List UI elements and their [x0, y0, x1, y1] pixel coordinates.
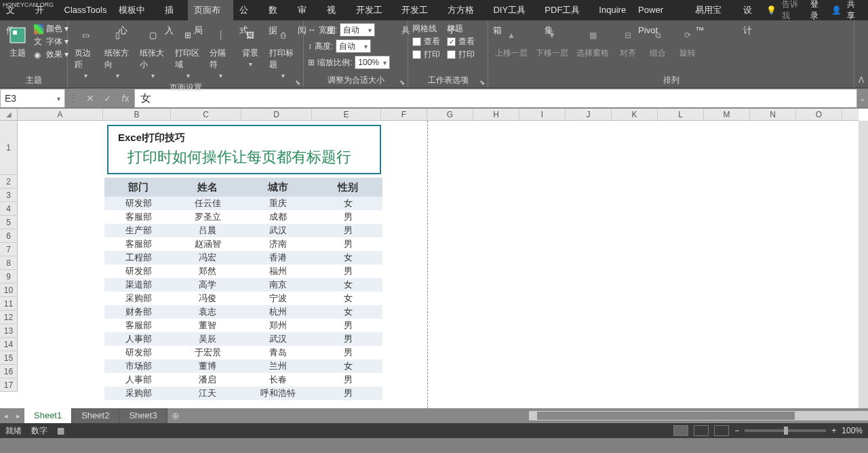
zoom-slider[interactable]: [745, 429, 826, 432]
table-cell[interactable]: 南京: [243, 278, 313, 292]
table-cell[interactable]: 男: [313, 346, 382, 359]
row-head-2[interactable]: 2: [0, 175, 17, 189]
col-head-C[interactable]: C: [171, 109, 241, 120]
menu-tab-7[interactable]: 数据: [262, 0, 292, 20]
table-cell[interactable]: 赵涵智: [172, 237, 243, 251]
scale-combo[interactable]: 100%: [355, 56, 390, 69]
menu-tab-10[interactable]: 开发工具: [350, 0, 396, 20]
pagesetup-0[interactable]: ▭页边距▾: [72, 23, 99, 81]
menu-tab-6[interactable]: 公式: [233, 0, 262, 20]
row-head-6[interactable]: 6: [0, 229, 17, 243]
table-header[interactable]: 性别: [313, 178, 382, 197]
table-cell[interactable]: 人事部: [104, 332, 172, 346]
table-cell[interactable]: 董智: [172, 319, 243, 332]
table-cell[interactable]: 女: [313, 278, 382, 292]
sheet-tab-Sheet2[interactable]: Sheet2: [72, 408, 119, 423]
table-cell[interactable]: 财务部: [104, 305, 172, 319]
col-head-B[interactable]: B: [103, 109, 171, 120]
zoom-in[interactable]: +: [831, 426, 836, 435]
col-head-I[interactable]: I: [519, 109, 566, 120]
table-cell[interactable]: 研发部: [104, 264, 172, 278]
row-head-13[interactable]: 13: [0, 324, 17, 338]
table-cell[interactable]: 女: [313, 359, 382, 373]
row-head-16[interactable]: 16: [0, 365, 17, 378]
table-cell[interactable]: 客服部: [104, 319, 172, 332]
row-head-9[interactable]: 9: [0, 270, 17, 283]
head-view-chk[interactable]: ✓: [447, 37, 456, 46]
row-head-7[interactable]: 7: [0, 243, 17, 256]
table-cell[interactable]: 男: [313, 237, 382, 251]
table-cell[interactable]: 呼和浩特: [243, 387, 313, 400]
horizontal-scrollbar[interactable]: [529, 411, 868, 420]
row-head-12[interactable]: 12: [0, 311, 17, 324]
table-cell[interactable]: 高学: [172, 278, 243, 292]
table-header[interactable]: 部门: [104, 178, 172, 197]
table-cell[interactable]: 研发部: [104, 346, 172, 359]
table-cell[interactable]: 江天: [172, 387, 243, 400]
row-head-15[interactable]: 15: [0, 351, 17, 365]
table-cell[interactable]: 女: [313, 197, 382, 210]
view-layout[interactable]: [694, 425, 709, 436]
menu-tab-9[interactable]: 视图: [321, 0, 350, 20]
table-row[interactable]: 客服部罗圣立成都男: [104, 210, 382, 224]
table-cell[interactable]: 客服部: [104, 237, 172, 251]
row-head-14[interactable]: 14: [0, 338, 17, 351]
table-row[interactable]: 客服部董智郑州男: [104, 319, 382, 332]
col-head-H[interactable]: H: [473, 109, 519, 120]
vertical-scrollbar[interactable]: [859, 121, 868, 408]
table-cell[interactable]: 研发部: [104, 197, 172, 210]
row-head-3[interactable]: 3: [0, 189, 17, 202]
table-row[interactable]: 渠道部高学南京女: [104, 278, 382, 292]
table-row[interactable]: 市场部董博兰州女: [104, 359, 382, 373]
menu-tab-3[interactable]: 模板中心: [113, 0, 159, 20]
tab-nav-first[interactable]: ◂: [0, 412, 12, 420]
pagesetup-2[interactable]: ▢纸张大小▾: [137, 23, 170, 81]
col-head-D[interactable]: D: [241, 109, 312, 120]
table-row[interactable]: 客服部赵涵智济南男: [104, 237, 382, 251]
table-cell[interactable]: 武汉: [243, 224, 313, 237]
menu-tab-14[interactable]: PDF工具集: [538, 0, 593, 20]
sheet-tab-Sheet3[interactable]: Sheet3: [119, 408, 167, 423]
table-cell[interactable]: 男: [313, 210, 382, 224]
arrange-5[interactable]: ⟳旋转: [674, 23, 701, 60]
table-row[interactable]: 财务部袁志杭州女: [104, 305, 382, 319]
worksheet[interactable]: ◢ ABCDEFGHIJKLMNO 1234567891011121314151…: [0, 109, 868, 408]
row-head-10[interactable]: 10: [0, 283, 17, 297]
select-all-corner[interactable]: ◢: [0, 109, 18, 121]
pagesetup-5[interactable]: 🖼背景▾: [237, 23, 264, 69]
table-cell[interactable]: 郑州: [243, 319, 313, 332]
table-cell[interactable]: 冯俊: [172, 292, 243, 305]
pagesetup-6[interactable]: ⎙打印标题▾: [267, 23, 299, 81]
theme-effects[interactable]: ◉效果 ▾: [34, 49, 68, 60]
col-head-F[interactable]: F: [381, 109, 427, 120]
table-cell[interactable]: 于宏景: [172, 346, 243, 359]
add-sheet-button[interactable]: ⊕: [167, 410, 184, 421]
table-cell[interactable]: 董博: [172, 359, 243, 373]
arrange-3[interactable]: ⊟对齐: [614, 23, 642, 60]
col-head-K[interactable]: K: [612, 109, 658, 120]
menu-tab-18[interactable]: 设计: [737, 0, 766, 20]
table-row[interactable]: 人事部吴辰武汉男: [104, 332, 382, 346]
pagesetup-launcher[interactable]: ⬊: [295, 79, 300, 86]
row-head-8[interactable]: 8: [0, 256, 17, 270]
theme-fonts[interactable]: 文字体 ▾: [34, 36, 68, 47]
row-head-5[interactable]: 5: [0, 216, 17, 229]
table-cell[interactable]: 重庆: [243, 197, 313, 210]
table-cell[interactable]: 济南: [243, 237, 313, 251]
table-row[interactable]: 人事部潘启长春男: [104, 373, 382, 387]
share[interactable]: 共享: [847, 0, 863, 22]
grid-print-chk[interactable]: [412, 50, 421, 59]
table-cell[interactable]: 男: [313, 319, 382, 332]
name-box[interactable]: E3▾: [0, 89, 65, 108]
table-cell[interactable]: 罗圣立: [172, 210, 243, 224]
pagesetup-4[interactable]: ┊分隔符▾: [207, 23, 234, 81]
table-cell[interactable]: 青岛: [243, 346, 313, 359]
sheet-tab-Sheet1[interactable]: Sheet1: [24, 408, 72, 423]
themes-button[interactable]: 主题: [4, 23, 31, 60]
table-cell[interactable]: 男: [313, 373, 382, 387]
width-combo[interactable]: 自动: [340, 23, 375, 37]
arrange-0[interactable]: ▲上移一层: [492, 23, 530, 60]
table-cell[interactable]: 任云佳: [172, 197, 243, 210]
menu-tab-17[interactable]: 易用宝 ™: [689, 0, 737, 20]
row-head-11[interactable]: 11: [0, 297, 17, 311]
